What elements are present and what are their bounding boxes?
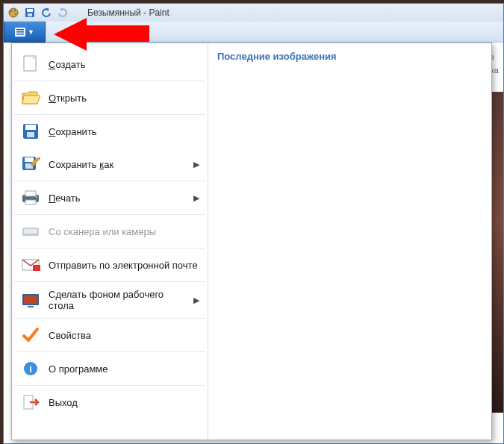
folder-open-icon: [20, 88, 41, 107]
svg-rect-10: [16, 34, 24, 35]
chevron-right-icon: ▶: [193, 193, 199, 203]
chevron-right-icon: ▶: [193, 160, 199, 169]
svg-rect-23: [24, 229, 37, 234]
menu-item-label: Отправить по электронной почте: [49, 260, 199, 271]
svg-rect-28: [28, 306, 34, 307]
qat-undo-icon[interactable]: [40, 6, 53, 19]
file-menu-dropdown: Создать Открыть Сохранить Сохранить как: [11, 43, 492, 440]
menu-item-properties[interactable]: Свойства: [14, 319, 205, 352]
print-icon: [20, 188, 41, 207]
recent-images-panel: Последние изображения: [208, 43, 491, 440]
svg-rect-8: [16, 29, 24, 31]
svg-rect-14: [27, 132, 34, 137]
menu-item-exit[interactable]: Выход: [14, 386, 205, 419]
menu-item-label: Создать: [49, 59, 199, 70]
recent-images-heading: Последние изображения: [216, 49, 484, 66]
menu-item-label: Открыть: [49, 93, 199, 104]
svg-rect-20: [25, 200, 36, 204]
svg-rect-16: [25, 157, 34, 162]
menu-item-email[interactable]: Отправить по электронной почте: [14, 248, 205, 282]
svg-point-1: [10, 10, 12, 12]
svg-rect-25: [33, 265, 40, 271]
svg-point-3: [15, 13, 16, 15]
menu-item-saveas[interactable]: Сохранить как ▶: [14, 148, 205, 181]
menu-item-print[interactable]: Печать ▶: [14, 181, 205, 215]
paint-app-icon: [7, 6, 20, 19]
menu-item-open[interactable]: Открыть: [14, 81, 205, 115]
svg-rect-9: [16, 31, 24, 33]
email-icon: [20, 255, 41, 275]
menu-item-label: О программе: [49, 363, 199, 375]
info-icon: i: [20, 359, 41, 378]
menu-item-create[interactable]: Создать: [14, 48, 205, 81]
svg-text:i: i: [29, 363, 32, 375]
file-menu-items: Создать Открыть Сохранить Сохранить как: [12, 43, 208, 440]
chevron-right-icon: ▶: [193, 296, 199, 305]
svg-point-21: [36, 196, 38, 198]
svg-rect-6: [28, 13, 32, 16]
menu-item-label: Сохранить: [49, 126, 199, 137]
scanner-icon: [20, 222, 41, 241]
save-icon: [20, 122, 41, 141]
menu-item-label: Печать: [49, 193, 186, 204]
chevron-down-icon: ▼: [28, 28, 34, 36]
menu-item-save[interactable]: Сохранить: [14, 115, 205, 148]
svg-rect-27: [24, 296, 37, 304]
wallpaper-icon: [20, 290, 41, 310]
svg-rect-19: [25, 191, 36, 196]
save-as-icon: [20, 154, 41, 174]
menu-item-label: Выход: [49, 397, 199, 408]
exit-icon: [20, 393, 41, 412]
menu-item-about[interactable]: i О программе: [14, 352, 205, 386]
annotation-arrow: [54, 12, 152, 45]
svg-rect-5: [27, 9, 33, 12]
menu-item-label: Свойства: [49, 330, 199, 341]
menu-item-scanner: Со сканера или камеры: [14, 215, 205, 248]
menu-item-wallpaper[interactable]: Сделать фоном рабочего стола ▶: [14, 282, 205, 319]
menu-item-label: Со сканера или камеры: [49, 226, 199, 237]
menu-item-label: Сохранить как: [49, 159, 186, 170]
file-menu-button[interactable]: ▼: [4, 22, 46, 43]
new-file-icon: [20, 54, 41, 74]
checkmark-icon: [20, 325, 41, 345]
paint-window: Безымянный - Paint ▼ тур ивка Создать: [3, 3, 504, 444]
svg-rect-13: [25, 125, 36, 130]
svg-point-2: [14, 10, 16, 11]
qat-save-icon[interactable]: [23, 6, 37, 19]
svg-point-0: [9, 8, 18, 17]
menu-item-label: Сделать фоном рабочего стола: [49, 289, 186, 311]
file-menu-icon: [15, 28, 25, 37]
